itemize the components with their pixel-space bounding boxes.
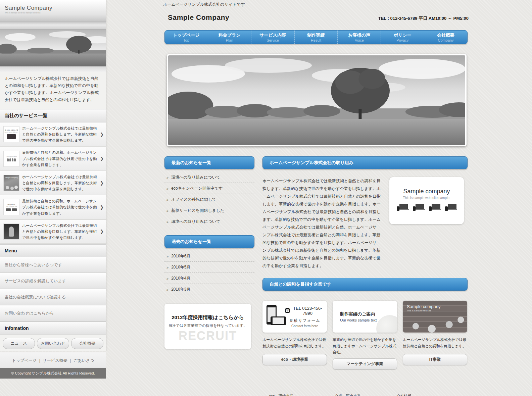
nav-tab-privacy[interactable]: ポリシー Privacy [381,31,424,44]
link-greeting[interactable]: ごあいさつ [74,358,94,363]
nav-label-jp: 料金プラン [208,32,251,38]
banner-title: Sample company [407,304,467,309]
archive-news-heading: 過去のお知らせ一覧 [164,235,254,248]
about-body-text: ホームページサンプル株式会社では最新技術と自然との調和を目指します。革新的な技術… [262,177,381,270]
chevron-right-icon: ❯ [100,229,104,234]
nav-label-jp: サービス内容 [251,32,294,38]
news-item[interactable]: » 環境への取り組みについて [164,172,254,183]
archive-item-label: 2010年3月 [171,287,190,292]
sidebar-logo-tagline: This is sample web site sample web site. [5,12,106,14]
about-heading: ホームページサンプル株式会社の取り組み [262,156,468,169]
sidebar-service-item[interactable]: Sample inc. This is sample web 最新技術と自然との… [0,195,106,219]
sidebar-menu-item-company[interactable]: 当社の会社概要について確認する [0,289,106,305]
contact-form-banner[interactable]: ☎ TEL 0123-456-7890 見積りフォーム Contact form… [262,301,327,333]
footer-link[interactable]: ●会社情報 [393,394,420,396]
works-banner[interactable]: 制作実績のご案内 Our works sample text [333,301,397,333]
page-title: Sample Company [168,13,229,21]
footer-link-label: 会社情報 [397,394,412,396]
footer-column-about: ●介護・医療事業 ●ごあいさつ ●サービス概要 [331,394,361,396]
right-column: ホームページサンプル株式会社の取り組み ホームページサンプル株式会社では最新技術… [262,156,468,369]
news-item[interactable]: » ecoキャンペーン開催中です [164,183,254,194]
news-item-label: 環境への取り組みについて [171,219,220,225]
company-button[interactable]: 会社概要 [71,338,103,349]
promo-cards-row: ☎ TEL 0123-456-7890 見積りフォーム Contact form… [262,301,468,369]
sidebar-menu-item-service-detail[interactable]: サービスの詳細を解説しています [0,273,106,289]
works-title: 制作実績のご案内 [340,311,397,317]
sidebar-menu-item-greeting[interactable]: 当社から皆様へごあいさつです [0,257,106,273]
sidebar-service-item[interactable]: ホームページサンプル株式会社では最新技術と自然との調和を目指します。革新的な技術… [0,220,106,244]
sidebar-services-heading: 当社のサービス一覧 [0,109,106,122]
link-separator: ｜ [38,358,42,363]
archive-item-label: 2010年4月 [171,276,190,281]
footer-link-columns: ●eco・環境事業 ●コンピュータ事業 ●飲食店事業 ●介護・医療事業 ●ごあい… [265,392,420,396]
recruit-title: 2012年度採用情報はこちらから [164,314,251,321]
sidebar-service-item[interactable]: Lorem ipsum dolor 最新技術と自然との調和。ホームページサンプル… [0,147,106,171]
header-telephone: TEL : 012-345-6789 平日 AM10:00 ～ PM5:00 [378,15,469,21]
laptop-phone-icon [397,204,408,211]
sidebar-logo-title: Sample Company [5,5,106,11]
service-text: ホームページサンプル株式会社では最新技術と自然との調和を目指します。革新的な技術… [22,174,97,192]
service-thumb-person [3,224,19,240]
nav-tab-top[interactable]: トップページ Top [165,31,208,44]
it-business-button[interactable]: IT事業 [403,354,467,365]
hero-photo-frame [167,54,467,146]
news-button[interactable]: ニュース [3,338,35,349]
arrow-icon: » [166,254,168,258]
card-tel-number: TEL 0123-456-7890 [291,306,324,316]
sidebar-information-heading: Infomation [0,321,106,335]
thumb-title: Lorem ipsum dolor [6,156,17,157]
news-item[interactable]: » 新規サービスを開始しました [164,205,254,216]
sidebar-logo[interactable]: Sample Company This is sample web site s… [0,0,106,21]
nature-heading: 自然との調和を目指す企業です [262,278,468,291]
phone-icon: ☎ [285,308,290,313]
archive-news-list: » 2010年6月 » 2010年5月 » 2010年4月 » 2010年3月 [164,251,254,295]
sidebar-service-item[interactable]: 取り扱い商品一覧 Lorem ipsum dolor sit . ホームページサ… [0,122,106,147]
archive-item[interactable]: » 2010年3月 [164,284,254,295]
footer-link[interactable]: ●eco・環境事業 [265,394,299,396]
marketing-business-button[interactable]: マーケティング事業 [333,358,397,369]
devices-icon [6,208,17,211]
sample-company-card[interactable]: Sample company This is sample web site s… [389,177,464,224]
recruit-watermark: RECRUIT [164,329,251,343]
news-item[interactable]: » オフィスの移転に関して [164,194,254,205]
arrow-icon: » [166,209,168,213]
nav-tab-result[interactable]: 制作実績 Result [295,31,338,44]
contact-button[interactable]: お問い合わせ [37,338,69,349]
news-item[interactable]: » 環境への取り組みについて [164,216,254,227]
shoes-icon [7,158,16,161]
recruit-subtitle: 当社では各事業部での採用を行なっています。 [164,323,251,328]
archive-item[interactable]: » 2010年4月 [164,273,254,284]
estimate-form-label: 見積りフォーム [285,318,324,324]
archive-item[interactable]: » 2010年6月 [164,251,254,262]
promo-card-eco: ☎ TEL 0123-456-7890 見積りフォーム Contact form… [262,301,327,369]
nav-label-en: Result [295,38,338,42]
news-item-label: 環境への取り組みについて [171,175,220,180]
nav-tab-company[interactable]: 会社概要 Company [424,31,467,44]
link-top-page[interactable]: トップページ [12,358,37,363]
link-separator: ｜ [68,358,72,363]
footer-link-label: eco・環境事業 [269,394,293,396]
left-column: 最新のお知らせ一覧 » 環境への取り組みについて » ecoキャンペーン開催中で… [164,156,254,369]
header: Sample Company TEL : 012-345-6789 平日 AM1… [106,7,469,21]
footer-link-label: 介護・医療事業 [335,394,361,396]
link-service-overview[interactable]: サービス概要 [43,358,67,363]
nav-label-en: Top [165,38,208,42]
arrow-icon: » [166,265,168,269]
nav-tab-voice[interactable]: お客様の声 Voice [338,31,381,44]
sidebar-intro-text: ホームページサンプル株式会社では最新技術と自然との調和を目指します。革新的な技術… [0,72,106,109]
recruit-banner[interactable]: 2012年度採用情報はこちらから 当社では各事業部での採用を行なっています。 R… [164,304,251,349]
nav-tab-plan[interactable]: 料金プラン Plan [208,31,251,44]
nav-tab-service[interactable]: サービス内容 Service [251,31,295,44]
eco-business-button[interactable]: eco・環境事業 [262,354,327,365]
archive-item-label: 2010年5月 [171,264,190,270]
roses-banner[interactable]: Sample company This is sample web site [403,301,467,333]
sidebar-service-item[interactable]: Sample company ホームページサンプル株式会社では最新技術と自然との… [0,171,106,195]
sidebar-menu-item-contact[interactable]: お問い合わせはこちらから [0,305,106,321]
footer-link[interactable]: ●介護・医療事業 [331,394,361,396]
promo-card-text: ホームページサンプル株式会社では最新技術と自然との調和を目指します。 [403,337,467,351]
nav-label-en: Service [251,38,294,42]
roses-icon [6,186,9,189]
archive-item[interactable]: » 2010年5月 [164,262,254,273]
laptop-phone-icon [429,204,440,211]
page: Sample Company This is sample web site s… [0,0,532,396]
